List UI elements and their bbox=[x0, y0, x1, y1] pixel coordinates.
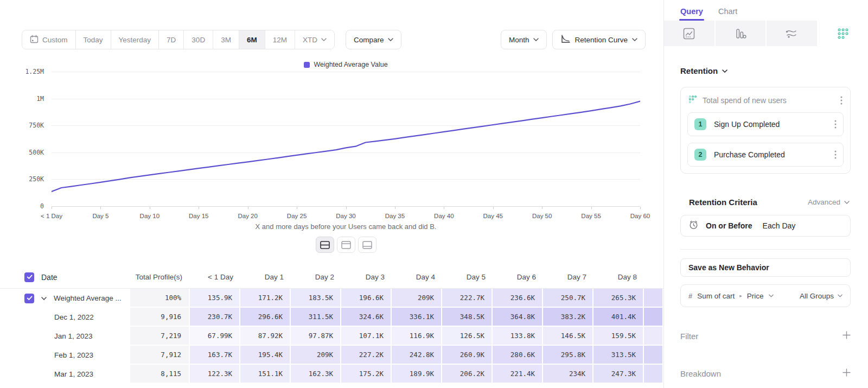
date-range-12m[interactable]: 12M bbox=[265, 30, 295, 49]
plus-icon bbox=[843, 331, 851, 339]
retention-value-cell: 324.6K bbox=[341, 308, 392, 327]
clipped-value-cell bbox=[644, 289, 663, 308]
date-range-3m[interactable]: 3M bbox=[213, 30, 239, 49]
behavior-steps: 1Sign Up Completed2Purchase Completed bbox=[687, 112, 844, 167]
measure-property-label[interactable]: Sum of cart bbox=[697, 292, 735, 300]
filter-label: Filter bbox=[680, 332, 843, 341]
table-layout-top-button[interactable] bbox=[337, 237, 355, 253]
total-profiles-cell: 7,219 bbox=[130, 327, 190, 346]
retention-value-cell: 163.7K bbox=[190, 346, 240, 365]
table-row: Weighted Average ...100%135.9K171.2K183.… bbox=[0, 289, 663, 308]
retention-value-cell: 250.7K bbox=[543, 289, 593, 308]
kebab-menu-icon[interactable] bbox=[840, 96, 843, 105]
table-layout-bottom-button[interactable] bbox=[358, 237, 376, 253]
retention-value-cell: 401.4K bbox=[593, 308, 644, 327]
criteria-mode-dropdown[interactable]: Advanced bbox=[808, 198, 850, 206]
column-header: Day 4 bbox=[392, 266, 442, 288]
retention-value-cell: 313.5K bbox=[593, 346, 644, 365]
kebab-menu-icon[interactable] bbox=[834, 150, 837, 159]
divider bbox=[680, 249, 851, 250]
criteria-condition[interactable]: On or Before Each Day bbox=[680, 215, 851, 237]
kebab-menu-icon[interactable] bbox=[834, 120, 837, 129]
date-range-xtd[interactable]: XTD bbox=[295, 30, 334, 49]
behavior-step-1[interactable]: 1Sign Up Completed bbox=[687, 112, 844, 136]
retention-section-dropdown[interactable]: Retention bbox=[680, 66, 851, 75]
table-layout-split-button[interactable] bbox=[316, 237, 334, 253]
date-range-6m[interactable]: 6M bbox=[239, 30, 265, 49]
x-axis-label: Day 15 bbox=[189, 213, 208, 219]
group-dropdown[interactable]: All Groups bbox=[800, 292, 843, 300]
retention-value-cell: 234K bbox=[543, 365, 593, 384]
split-rows-icon bbox=[320, 241, 330, 249]
clipped-value-cell bbox=[644, 308, 663, 327]
retention-value-cell: 260.9K bbox=[442, 346, 493, 365]
tab-query[interactable]: Query bbox=[680, 7, 703, 21]
retention-value-cell: 348.5K bbox=[442, 308, 493, 327]
criteria-mode-label: Advanced bbox=[808, 198, 840, 206]
table-row: Jan 1, 20237,21967.99K87.92K97.87K107.1K… bbox=[0, 327, 663, 346]
select-all-checkbox[interactable] bbox=[24, 272, 34, 282]
total-profiles-cell: 7,912 bbox=[130, 346, 190, 365]
row-expand-chevron-icon[interactable] bbox=[41, 297, 47, 300]
save-as-new-behavior-button[interactable]: Save as New Behavior bbox=[680, 258, 851, 277]
behavior-title: Total spend of new users bbox=[703, 96, 835, 105]
column-header: Day 7 bbox=[543, 266, 593, 288]
behavior-step-2[interactable]: 2Purchase Completed bbox=[687, 143, 844, 167]
date-range-today[interactable]: Today bbox=[75, 30, 111, 49]
x-axis-label: Day 40 bbox=[434, 213, 454, 219]
breakdown-row: Breakdown bbox=[680, 368, 851, 379]
retention-value-cell: 295.8K bbox=[543, 346, 593, 365]
bottom-row-icon bbox=[362, 241, 372, 249]
chart-view-dropdown[interactable]: Retention Curve bbox=[552, 30, 646, 49]
retention-curve-icon bbox=[560, 35, 570, 45]
row-label-cell: Weighted Average ... bbox=[0, 289, 130, 308]
add-breakdown-button[interactable] bbox=[843, 368, 851, 379]
column-header: Day 3 bbox=[341, 266, 392, 288]
analysis-flows-button[interactable] bbox=[767, 21, 818, 46]
step-number-badge: 2 bbox=[694, 149, 706, 161]
x-axis-label: Day 60 bbox=[630, 213, 650, 219]
table-layout-toggles bbox=[52, 237, 640, 253]
retention-value-cell: 126.5K bbox=[442, 327, 493, 346]
date-range-yesterday[interactable]: Yesterday bbox=[111, 30, 159, 49]
x-axis-label: Day 25 bbox=[287, 213, 307, 219]
chevron-down-icon bbox=[769, 294, 774, 297]
y-axis-label: 750K bbox=[6, 122, 44, 129]
retention-value-cell: 209K bbox=[291, 346, 341, 365]
retention-line-chart: 0250K500K750K1M1.25M< 1 DayDay 5Day 10Da… bbox=[52, 72, 640, 209]
analysis-retention-button[interactable] bbox=[818, 21, 868, 46]
retention-value-cell: 135.9K bbox=[190, 289, 240, 308]
measure-subproperty-label[interactable]: Price bbox=[747, 292, 764, 300]
date-range-7d[interactable]: 7D bbox=[158, 30, 183, 49]
retention-value-cell: 196.6K bbox=[341, 289, 392, 308]
granularity-dropdown[interactable]: Month bbox=[501, 30, 547, 49]
criteria-value-label: Each Day bbox=[763, 221, 796, 230]
chevron-down-icon bbox=[632, 38, 637, 41]
add-filter-button[interactable] bbox=[843, 331, 851, 341]
column-header: Day 5 bbox=[442, 266, 493, 288]
row-checkbox[interactable] bbox=[24, 294, 34, 303]
x-axis-label: Day 45 bbox=[483, 213, 503, 219]
tab-chart[interactable]: Chart bbox=[718, 7, 737, 21]
weighted-average-line bbox=[52, 72, 640, 209]
retention-value-cell: 227.2K bbox=[341, 346, 392, 365]
clipped-value-cell bbox=[644, 346, 663, 365]
y-axis-label: 0 bbox=[6, 202, 44, 210]
compare-button[interactable]: Compare bbox=[346, 30, 402, 49]
retention-value-cell: 383.2K bbox=[543, 308, 593, 327]
retention-value-cell: 87.92K bbox=[240, 327, 291, 346]
chevron-down-icon bbox=[844, 201, 850, 204]
retention-value-cell: 230.7K bbox=[190, 308, 240, 327]
top-row-icon bbox=[341, 241, 351, 249]
y-axis-label: 1.25M bbox=[6, 68, 44, 75]
date-range-group: CustomTodayYesterday7D30D3M6M12MXTD bbox=[22, 30, 335, 49]
column-header: Total Profile(s) bbox=[130, 266, 190, 288]
table-row: Feb 1, 20237,912163.7K195.4K209K227.2K24… bbox=[0, 346, 663, 365]
retention-value-cell: 171.2K bbox=[240, 289, 291, 308]
x-axis-label: < 1 Day bbox=[41, 213, 62, 219]
date-range-30d[interactable]: 30D bbox=[183, 30, 213, 49]
analysis-insights-button[interactable] bbox=[664, 21, 716, 46]
legend-swatch bbox=[304, 62, 310, 68]
date-range-custom[interactable]: Custom bbox=[22, 30, 75, 49]
analysis-funnels-button[interactable] bbox=[716, 21, 767, 46]
